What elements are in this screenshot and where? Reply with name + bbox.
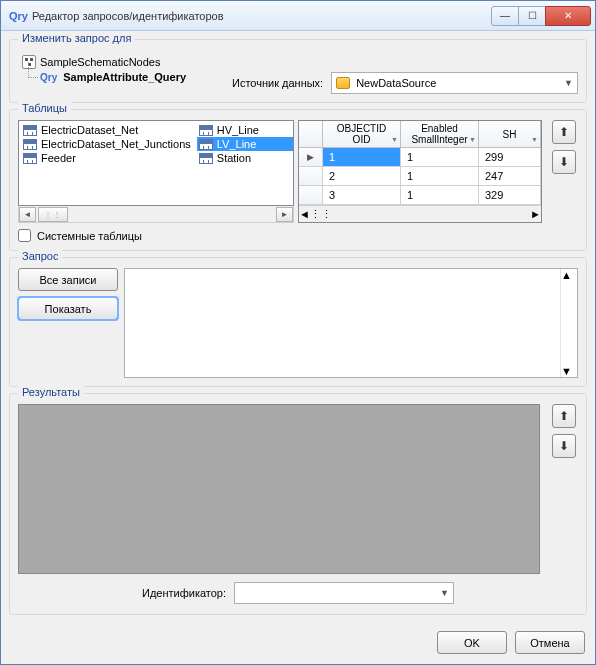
table-icon <box>199 153 213 164</box>
close-button[interactable]: ✕ <box>545 6 591 26</box>
list-item[interactable]: Feeder <box>21 151 195 165</box>
identifier-combo[interactable]: ▼ <box>234 582 454 604</box>
table-icon <box>199 139 213 150</box>
arrow-up-icon: ⬆ <box>559 409 569 423</box>
window-title: Редактор запросов/идентификаторов <box>32 10 224 22</box>
table-icon <box>23 139 37 150</box>
grid-corner <box>299 121 323 147</box>
grid-header-line2: SmallInteger <box>411 134 467 145</box>
chevron-down-icon: ▼ <box>440 588 449 598</box>
system-tables-checkbox[interactable]: Системные таблицы <box>18 229 294 242</box>
tree-child-label: SampleAttribute_Query <box>63 71 186 83</box>
scroll-right-icon[interactable]: ► <box>530 208 541 220</box>
grid-header-line1: Enabled <box>421 123 458 134</box>
maximize-button[interactable]: ☐ <box>518 6 546 26</box>
tree-root-label: SampleSchematicNodes <box>40 56 160 68</box>
list-item[interactable]: ElectricDataset_Net <box>21 123 195 137</box>
grid-hscroll[interactable]: ◄ ⋮⋮ ► <box>299 205 541 222</box>
window-frame: Qry Редактор запросов/идентификаторов — … <box>0 0 596 665</box>
show-button[interactable]: Показать <box>18 297 118 320</box>
table-row[interactable]: 3 1 329 <box>299 186 541 205</box>
grid-cell[interactable]: 299 <box>479 148 541 166</box>
tables-list[interactable]: ElectricDataset_Net ElectricDataset_Net_… <box>18 120 294 206</box>
grid-cell[interactable]: 1 <box>401 167 479 185</box>
database-icon <box>336 77 350 89</box>
grid-cell[interactable]: 247 <box>479 167 541 185</box>
grid-header-line1: SH <box>503 129 517 140</box>
scroll-right-icon[interactable]: ► <box>276 207 293 222</box>
arrow-up-icon: ⬆ <box>559 125 569 139</box>
query-legend: Запрос <box>18 250 62 262</box>
tree-root[interactable]: SampleSchematicNodes <box>22 54 222 70</box>
list-item[interactable]: ElectricDataset_Net_Junctions <box>21 137 195 151</box>
list-item-label: ElectricDataset_Net <box>41 124 138 136</box>
change-query-legend: Изменить запрос для <box>18 32 135 44</box>
grid-cell[interactable]: 1 <box>401 186 479 204</box>
list-item-label: Station <box>217 152 251 164</box>
tree-child[interactable]: Qry SampleAttribute_Query <box>40 70 222 84</box>
chevron-down-icon[interactable]: ▼ <box>469 134 476 145</box>
system-tables-input[interactable] <box>18 229 31 242</box>
title-prefix: Qry <box>9 10 28 22</box>
list-item-label: HV_Line <box>217 124 259 136</box>
chevron-down-icon[interactable]: ▼ <box>391 134 398 145</box>
data-grid[interactable]: OBJECTID OID ▼ Enabled SmallInteger ▼ SH <box>298 120 542 223</box>
row-indicator-icon: ▶ <box>299 148 323 166</box>
table-row[interactable]: 2 1 247 <box>299 167 541 186</box>
data-source-label: Источник данных: <box>232 77 323 89</box>
results-area[interactable] <box>18 404 540 574</box>
grid-cell[interactable]: 1 <box>401 148 479 166</box>
arrow-down-icon: ⬇ <box>559 439 569 453</box>
grid-cell[interactable]: 3 <box>323 186 401 204</box>
minimize-button[interactable]: — <box>491 6 519 26</box>
ok-button[interactable]: OK <box>437 631 507 654</box>
schematic-tree[interactable]: SampleSchematicNodes Qry SampleAttribute… <box>22 54 222 84</box>
scroll-thumb[interactable]: ⋮⋮ <box>38 207 68 222</box>
cancel-button[interactable]: Отмена <box>515 631 585 654</box>
results-legend: Результаты <box>18 386 84 398</box>
tables-hscroll[interactable]: ◄ ⋮⋮ ► <box>18 206 294 223</box>
qry-icon: Qry <box>40 72 57 83</box>
chevron-down-icon[interactable]: ▼ <box>531 134 538 145</box>
grid-cell[interactable]: 1 <box>323 148 401 166</box>
table-row[interactable]: ▶ 1 1 299 <box>299 148 541 167</box>
titlebar[interactable]: Qry Редактор запросов/идентификаторов — … <box>1 1 595 31</box>
move-up-button[interactable]: ⬆ <box>552 120 576 144</box>
list-item[interactable]: HV_Line <box>197 123 293 137</box>
grid-header[interactable]: OBJECTID OID ▼ <box>323 121 401 147</box>
node-icon <box>22 55 36 69</box>
dialog-footer: OK Отмена <box>1 623 595 664</box>
change-query-group: Изменить запрос для SampleSchematicNodes… <box>9 39 587 103</box>
grid-header-line2: OID <box>353 134 371 145</box>
query-textarea[interactable]: ▲ ▼ <box>124 268 578 378</box>
grid-header-line1: OBJECTID <box>337 123 386 134</box>
list-item-label: LV_Line <box>217 138 257 150</box>
scroll-down-icon[interactable]: ▼ <box>561 365 577 377</box>
list-item-selected[interactable]: LV_Line <box>197 137 293 151</box>
list-item-label: ElectricDataset_Net_Junctions <box>41 138 191 150</box>
results-down-button[interactable]: ⬇ <box>552 434 576 458</box>
table-icon <box>23 153 37 164</box>
row-indicator <box>299 167 323 185</box>
grid-header[interactable]: SH ▼ <box>479 121 541 147</box>
scroll-left-icon[interactable]: ◄ <box>19 207 36 222</box>
list-item[interactable]: Station <box>197 151 293 165</box>
grid-cell[interactable]: 2 <box>323 167 401 185</box>
table-icon <box>199 125 213 136</box>
move-down-button[interactable]: ⬇ <box>552 150 576 174</box>
scroll-left-icon[interactable]: ◄ <box>299 208 310 220</box>
arrow-down-icon: ⬇ <box>559 155 569 169</box>
scroll-thumb[interactable]: ⋮⋮ <box>310 208 332 221</box>
results-up-button[interactable]: ⬆ <box>552 404 576 428</box>
results-group: Результаты ⬆ ⬇ Идентификатор: ▼ <box>9 393 587 615</box>
grid-header[interactable]: Enabled SmallInteger ▼ <box>401 121 479 147</box>
grid-cell[interactable]: 329 <box>479 186 541 204</box>
all-records-button[interactable]: Все записи <box>18 268 118 291</box>
chevron-down-icon: ▼ <box>564 78 573 88</box>
list-item-label: Feeder <box>41 152 76 164</box>
data-source-combo[interactable]: NewDataSource ▼ <box>331 72 578 94</box>
table-icon <box>23 125 37 136</box>
tables-group: Таблицы ElectricDataset_Net ElectricData… <box>9 109 587 251</box>
identifier-label: Идентификатор: <box>142 587 226 599</box>
scroll-up-icon[interactable]: ▲ <box>561 269 577 281</box>
